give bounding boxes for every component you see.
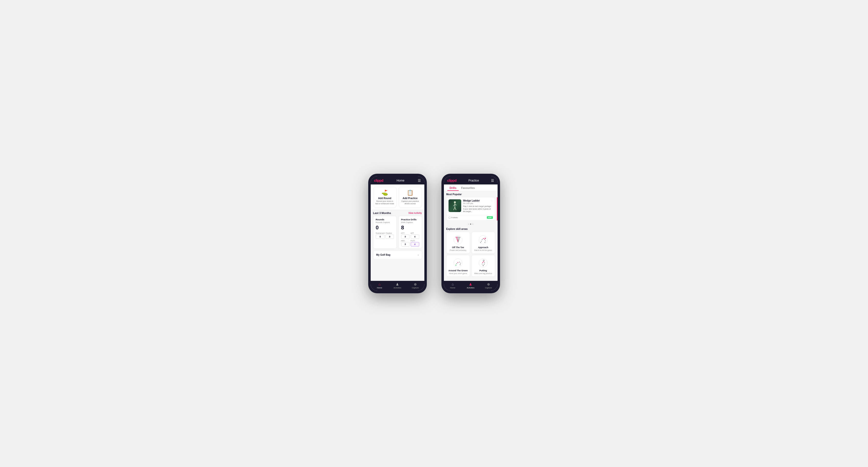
explore-title: Explore skill areas bbox=[444, 226, 498, 232]
svg-line-11 bbox=[458, 237, 460, 242]
approach-icon bbox=[478, 235, 488, 245]
skill-putting[interactable]: Putting Make and lag practice bbox=[471, 255, 495, 277]
right-nav-activities[interactable]: ♟ Activities bbox=[462, 282, 479, 289]
right-content: Most Popular bbox=[444, 191, 498, 281]
right-nav-home[interactable]: ⌂ Home bbox=[444, 282, 462, 289]
rounds-capture-label: Rounds Capture bbox=[376, 221, 394, 223]
drill-footer: ◯ 9 shots APP bbox=[446, 215, 495, 220]
svg-point-20 bbox=[482, 239, 483, 240]
tab-drills[interactable]: Drills bbox=[447, 184, 459, 191]
skill-grid: Off The Tee Power and accuracy bbox=[444, 232, 498, 279]
svg-point-24 bbox=[485, 242, 485, 243]
app-label: APP bbox=[411, 232, 419, 234]
tee-name: Off The Tee bbox=[452, 246, 464, 249]
drills-substats: OTT 0 APP 4 bbox=[401, 232, 419, 239]
add-round-icon: ⛳ bbox=[381, 190, 388, 196]
ott-label: OTT bbox=[401, 232, 410, 234]
right-activities-icon: ♟ bbox=[469, 282, 472, 286]
shots-count: ◯ 9 shots bbox=[448, 216, 458, 219]
tournament-label: Tournament bbox=[376, 232, 385, 234]
left-bottom-nav: ⌂ Home ♟ Activities ⊕ Capture bbox=[371, 281, 424, 291]
dot-2 bbox=[470, 223, 471, 225]
app-stat: APP 4 bbox=[411, 232, 419, 239]
svg-point-41 bbox=[483, 260, 485, 261]
tournament-stat: Tournament 0 bbox=[376, 232, 385, 239]
drills-capture-label: Drills Capture bbox=[401, 221, 419, 223]
drill-card-content: Wedge Ladder 50–100 yds ☆ Play 1 shot at… bbox=[446, 197, 495, 215]
drill-desc: Play 1 shot at each target yardage. If y… bbox=[463, 205, 493, 213]
rounds-substats: Tournament 0 Practice 0 bbox=[376, 232, 394, 239]
approach-icon-area bbox=[478, 235, 489, 245]
practice-drills-title: Practice Drills bbox=[401, 218, 419, 221]
right-header: clippd Practice ☰ bbox=[444, 176, 498, 184]
activities-label: Activities bbox=[394, 287, 401, 289]
left-content: ⛳ Add Round Record your shots in fast or… bbox=[371, 184, 424, 281]
svg-point-23 bbox=[485, 240, 486, 241]
golf-bag-row[interactable]: My Golf Bag › bbox=[373, 251, 422, 259]
add-round-card[interactable]: ⛳ Add Round Record your shots in fast or… bbox=[373, 187, 397, 208]
right-menu-icon[interactable]: ☰ bbox=[491, 179, 494, 183]
svg-point-35 bbox=[483, 265, 484, 266]
arg-label: ARG bbox=[401, 240, 410, 242]
approach-desc: Dial-in to hit the green bbox=[474, 249, 492, 251]
right-home-icon: ⌂ bbox=[452, 282, 454, 286]
skill-around-green[interactable]: Around The Green Hone your short game bbox=[446, 255, 470, 277]
left-nav-activities[interactable]: ♟ Activities bbox=[389, 282, 406, 289]
right-bottom-nav: ⌂ Home ♟ Activities ⊕ Capture bbox=[444, 281, 498, 291]
svg-point-39 bbox=[484, 262, 485, 263]
practice-value: 0 bbox=[385, 235, 394, 239]
tabs-bar: Drills Favourites bbox=[444, 184, 498, 191]
left-nav-home[interactable]: ⌂ Home bbox=[371, 282, 389, 289]
skill-approach[interactable]: Approach Dial-in to hit the green bbox=[471, 232, 495, 253]
featured-drill-card[interactable]: Wedge Ladder 50–100 yds ☆ Play 1 shot at… bbox=[446, 197, 495, 221]
tee-icon-area bbox=[453, 235, 463, 245]
left-nav-capture[interactable]: ⊕ Capture bbox=[406, 282, 424, 289]
right-phone: clippd Practice ☰ Drills Favourites Most… bbox=[441, 174, 500, 293]
add-practice-card[interactable]: 📋 Add Practice Capture your practice off… bbox=[399, 187, 422, 208]
tournament-value: 0 bbox=[376, 235, 385, 239]
rounds-number: 0 bbox=[376, 224, 394, 231]
svg-point-21 bbox=[483, 238, 484, 239]
add-round-subtitle: Record your shots in fast or enhanced mo… bbox=[375, 200, 394, 205]
shots-count-text: 9 shots bbox=[452, 216, 458, 219]
view-activity-link[interactable]: View Activity bbox=[408, 212, 422, 214]
circle-icon: ◯ bbox=[448, 216, 451, 219]
left-menu-icon[interactable]: ☰ bbox=[418, 179, 421, 183]
putt-stat: PUTT 4 bbox=[411, 240, 419, 246]
svg-point-28 bbox=[455, 264, 456, 266]
svg-point-12 bbox=[456, 237, 456, 238]
left-phone: clippd Home ☰ ⛳ Add Round Record your sh… bbox=[368, 174, 427, 293]
svg-point-32 bbox=[460, 263, 461, 263]
star-icon[interactable]: ☆ bbox=[491, 199, 493, 202]
quick-actions: ⛳ Add Round Record your shots in fast or… bbox=[371, 184, 424, 210]
left-header-title: Home bbox=[397, 179, 404, 182]
svg-point-19 bbox=[481, 241, 482, 242]
arg-stat: ARG 0 bbox=[401, 240, 410, 246]
app-value: 4 bbox=[411, 235, 419, 239]
putting-name: Putting bbox=[479, 269, 487, 272]
add-round-title: Add Round bbox=[378, 197, 392, 199]
skill-off-the-tee[interactable]: Off The Tee Power and accuracy bbox=[446, 232, 470, 253]
svg-point-38 bbox=[484, 261, 484, 262]
putt-label: PUTT bbox=[411, 240, 419, 242]
dot-3 bbox=[472, 223, 473, 225]
svg-point-31 bbox=[459, 261, 460, 262]
around-green-name: Around The Green bbox=[448, 269, 468, 272]
svg-marker-26 bbox=[485, 238, 486, 239]
svg-line-2 bbox=[453, 204, 455, 206]
putting-icon bbox=[478, 258, 488, 268]
phones-container: clippd Home ☰ ⛳ Add Round Record your sh… bbox=[368, 174, 500, 293]
svg-point-0 bbox=[454, 201, 456, 203]
stats-header: Last 3 Months View Activity bbox=[371, 210, 424, 216]
drill-info: Wedge Ladder 50–100 yds ☆ Play 1 shot at… bbox=[463, 199, 493, 213]
putting-icon-area bbox=[478, 258, 489, 269]
tab-favourites[interactable]: Favourites bbox=[459, 184, 477, 191]
drill-range: 50–100 yds bbox=[463, 202, 480, 205]
stats-grid: Rounds Rounds Capture 0 Tournament 0 Pra… bbox=[371, 216, 424, 251]
most-popular-title: Most Popular bbox=[444, 191, 498, 197]
drill-thumbnail-img bbox=[448, 199, 461, 212]
right-header-title: Practice bbox=[468, 179, 479, 182]
svg-line-4 bbox=[454, 207, 455, 210]
right-nav-capture[interactable]: ⊕ Capture bbox=[479, 282, 497, 289]
featured-drill-wrapper: Wedge Ladder 50–100 yds ☆ Play 1 shot at… bbox=[444, 197, 498, 221]
